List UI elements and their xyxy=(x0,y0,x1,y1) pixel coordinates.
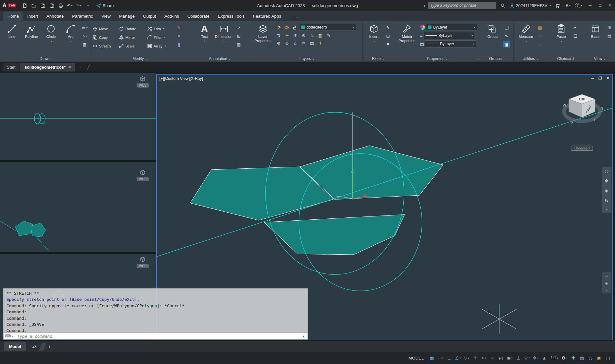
undo-button[interactable]: ↶▾ xyxy=(66,1,74,10)
dimension-button[interactable]: Dimension▾ xyxy=(214,23,234,43)
new-layout-button[interactable]: + xyxy=(48,344,51,349)
group-button[interactable]: Group xyxy=(484,23,501,39)
annotation-panel-label[interactable]: Annotation ▾ xyxy=(188,56,251,61)
app-store-button[interactable] xyxy=(553,1,561,10)
modify-panel-label[interactable]: Modify ▾ xyxy=(91,56,188,61)
layer-on-button[interactable] xyxy=(275,24,282,30)
space-label[interactable]: MODEL xyxy=(409,356,424,360)
tab-parametric[interactable]: Parametric xyxy=(68,12,97,21)
layer-minus-button[interactable]: ⊖ xyxy=(283,40,291,46)
leader-button[interactable]: ↗ xyxy=(235,24,242,31)
layer-off-button[interactable]: ⇅ xyxy=(275,32,282,38)
layer-freeze-button[interactable]: ❄ xyxy=(292,32,299,38)
fillet-button[interactable]: Fillet▾ xyxy=(147,33,175,42)
qat-customize-button[interactable]: ▾ xyxy=(84,1,92,10)
search-button[interactable] xyxy=(499,1,507,10)
hatch-button[interactable]: ▨ xyxy=(81,41,88,47)
groups-panel-label[interactable]: Groups ▾ xyxy=(480,56,513,61)
compass-north[interactable]: N xyxy=(601,106,603,110)
isodraft-toggle[interactable]: ◇▾ xyxy=(462,354,470,362)
tab-insert[interactable]: Insert xyxy=(23,12,42,21)
lineweight-toggle[interactable]: ≡ xyxy=(488,354,496,362)
point-style-button[interactable]: ∴ xyxy=(536,41,543,47)
maximize-button[interactable]: □ xyxy=(595,0,605,11)
arc-button[interactable]: Arc▾ xyxy=(62,23,80,43)
command-customize-button[interactable]: ⌨ ▾ xyxy=(4,334,15,338)
wcs-label[interactable]: WCS xyxy=(137,264,148,268)
properties-panel-label[interactable]: Properties ▾ xyxy=(394,56,480,61)
ribbon-display-toggle[interactable]: ▭▾ xyxy=(290,13,301,21)
copy-clip-button[interactable]: ❏ xyxy=(572,33,579,39)
block-edit-button[interactable]: ✎ xyxy=(384,24,392,31)
markup-button[interactable]: ▥ xyxy=(235,41,242,47)
viewport3-viewcube[interactable]: WCS xyxy=(136,257,150,268)
properties-dialog-launcher[interactable]: ⌟ xyxy=(477,57,479,61)
annotation-visibility-toggle[interactable]: ▲ xyxy=(540,354,548,362)
pan-icon[interactable]: ✥ xyxy=(605,179,609,183)
tab-collaborate[interactable]: Collaborate xyxy=(183,12,214,21)
viewport-minimize-icon[interactable]: ─ xyxy=(591,76,594,80)
account-menu[interactable]: 20241129FHF3V ▾ xyxy=(510,3,551,8)
group-edit-button[interactable]: ✎ xyxy=(503,33,510,39)
selection-filtering-toggle[interactable]: ▽▾ xyxy=(523,354,531,362)
gizmo-toggle[interactable]: ✥▾ xyxy=(532,354,540,362)
grid-toggle[interactable]: ▦ xyxy=(428,354,436,362)
annotation-monitor-toggle[interactable]: ✚ xyxy=(569,354,577,362)
tab-manage[interactable]: Manage xyxy=(115,12,139,21)
erase-button[interactable]: ✎ xyxy=(175,24,182,31)
wcs-label[interactable]: WCS xyxy=(137,177,148,181)
share-button[interactable]: Share xyxy=(96,3,114,8)
viewport-controls-label[interactable]: [+][Custom View][X-Ray] xyxy=(159,76,203,81)
open-file-button[interactable] xyxy=(30,1,38,10)
isolate-objects-button[interactable]: ◎ xyxy=(586,354,594,362)
save-button[interactable] xyxy=(39,1,47,10)
file-tab-close-icon[interactable]: ✕ xyxy=(68,65,71,69)
model-tab[interactable]: Model xyxy=(4,342,26,351)
polar-tracking-toggle[interactable]: ∠▾ xyxy=(454,354,462,362)
nav-extra-icon-2[interactable]: ▣ xyxy=(605,281,608,285)
move-button[interactable]: Move xyxy=(93,24,118,33)
ortho-toggle[interactable]: ∟ xyxy=(445,354,453,362)
circle-button[interactable]: Circle▾ xyxy=(42,23,60,43)
help-button[interactable]: ?▾ xyxy=(575,1,583,10)
compass-south[interactable]: S xyxy=(570,120,573,124)
workspace-switching-button[interactable]: ⚙▾ xyxy=(560,354,569,362)
layer-refresh-button[interactable]: ↻ xyxy=(300,40,307,46)
viewport-config-button[interactable]: ▤ xyxy=(606,33,613,39)
redo-button[interactable]: ↷▾ xyxy=(75,1,83,10)
zoom-icon[interactable]: ⊕ xyxy=(605,189,609,193)
viewcube[interactable]: N W S E TOP RIGHT xyxy=(562,93,604,131)
layer-lock-toggle-button[interactable]: ⊙ xyxy=(300,32,307,38)
tab-view[interactable]: View xyxy=(97,12,115,21)
offset-button[interactable]: ∥ xyxy=(175,41,182,47)
layer-lock-button[interactable] xyxy=(291,24,298,30)
match-properties-button[interactable]: Match Properties xyxy=(395,23,418,43)
dynamic-ucs-toggle[interactable]: ⊥ xyxy=(514,354,522,362)
layer-sun-button[interactable]: ☀ xyxy=(317,40,324,46)
tab-annotate[interactable]: Annotate xyxy=(42,12,68,21)
stretch-button[interactable]: Stretch xyxy=(93,42,118,50)
layer-home-button[interactable]: ⌂ xyxy=(292,40,299,46)
file-tab-start[interactable]: Start xyxy=(3,63,20,72)
object-color-dropdown[interactable]: ByLayer ▾ xyxy=(426,24,477,31)
layer-match-button[interactable]: ⇆ xyxy=(308,32,316,38)
tab-featured-apps[interactable]: Featured Apps xyxy=(249,12,285,21)
command-history-expand-icon[interactable]: ▲ xyxy=(302,334,308,338)
layer-list-button[interactable]: ▤ xyxy=(308,40,316,46)
command-input[interactable] xyxy=(15,333,302,339)
lineweight-dropdown[interactable]: ByLayer ▾ xyxy=(424,32,475,39)
layer-dropdown[interactable]: dodecaedro ▾ xyxy=(299,24,356,31)
viewport-close-icon[interactable]: ✕ xyxy=(606,76,610,80)
minimize-button[interactable]: ─ xyxy=(585,0,595,11)
new-file-button[interactable] xyxy=(21,1,29,10)
utilities-panel-label[interactable]: Utilities ▾ xyxy=(514,56,547,61)
ucs-unnamed-badge[interactable]: Unnamed xyxy=(571,146,593,151)
clean-screen-button[interactable]: ▢ xyxy=(604,354,612,362)
tab-add-ins[interactable]: Add-ins xyxy=(160,12,183,21)
cut-button[interactable]: ✂ xyxy=(572,24,579,31)
layer-isolate-button[interactable]: ☀ xyxy=(283,32,291,38)
measure-button[interactable]: Measure▾ xyxy=(517,23,535,43)
tab-output[interactable]: Output xyxy=(139,12,160,21)
object-snap-tracking-toggle[interactable]: ✛ xyxy=(471,354,479,362)
mirror-button[interactable]: Mirror xyxy=(119,33,146,42)
